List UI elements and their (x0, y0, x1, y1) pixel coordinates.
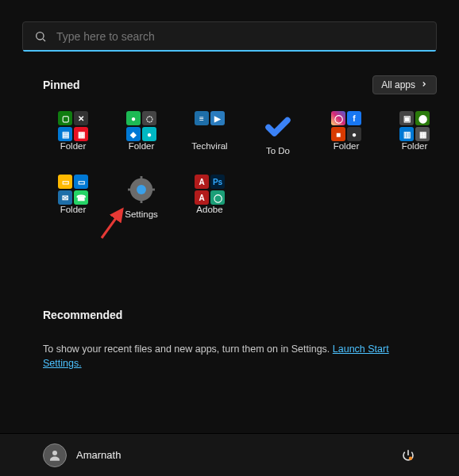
tile-label: Folder (402, 141, 428, 151)
app-icon: ≡ ▶ (195, 111, 225, 141)
user-name: Amarnath (76, 449, 121, 461)
all-apps-label: All apps (381, 79, 415, 90)
pinned-item-folder-3[interactable]: ◯ f ■ ● Folder (316, 111, 376, 155)
pinned-item-folder-2[interactable]: ● ◌ ◆ ● Folder (111, 111, 172, 155)
pinned-item-adobe[interactable]: A Ps A ◯ Adobe (179, 175, 240, 219)
all-apps-button[interactable]: All apps (372, 75, 437, 94)
tile-label: Folder (60, 141, 87, 151)
pinned-item-techviral[interactable]: ≡ ▶ Techviral (179, 111, 240, 155)
svg-point-3 (137, 185, 146, 194)
folder-icon: ▭ ▭ ✉ ☎ (58, 175, 88, 205)
power-button[interactable] (400, 447, 416, 463)
svg-rect-4 (141, 176, 143, 181)
search-box[interactable] (22, 21, 437, 52)
svg-point-10 (409, 456, 413, 460)
pinned-item-folder-4[interactable]: ▣ ⬤ ▥ ▦ Folder (384, 111, 445, 155)
tile-label: Adobe (196, 205, 222, 214)
search-icon (34, 30, 47, 43)
folder-icon: ● ◌ ◆ ● (126, 111, 156, 141)
svg-rect-5 (141, 198, 143, 203)
svg-rect-7 (150, 189, 155, 191)
pinned-section: Pinned All apps ▢ ✕ ▤ ▦ Folder (43, 73, 437, 219)
tile-label: Techviral (191, 141, 227, 151)
pinned-item-settings[interactable]: Settings (111, 175, 172, 219)
svg-rect-6 (128, 189, 133, 191)
pinned-item-todo[interactable]: To Do (248, 111, 308, 155)
recommended-section: Recommended To show your recent files an… (43, 303, 427, 370)
chevron-right-icon (420, 79, 428, 90)
pinned-item-folder-5[interactable]: ▭ ▭ ✉ ☎ Folder (43, 175, 103, 219)
pinned-grid: ▢ ✕ ▤ ▦ Folder ● ◌ ◆ ● Folder (43, 111, 437, 219)
todo-icon (263, 111, 293, 141)
tile-label: Settings (125, 209, 158, 219)
tile-label: Folder (334, 141, 360, 151)
tile-label: To Do (266, 146, 290, 155)
recommended-text: To show your recent files and new apps, … (43, 343, 427, 370)
pinned-item-folder-1[interactable]: ▢ ✕ ▤ ▦ Folder (43, 111, 103, 155)
gear-icon (126, 175, 156, 205)
folder-icon: ▢ ✕ ▤ ▦ (58, 111, 88, 141)
bottom-bar: Amarnath (0, 433, 459, 476)
pinned-title: Pinned (43, 79, 80, 91)
folder-icon: A Ps A ◯ (195, 175, 225, 205)
svg-point-9 (52, 451, 57, 455)
recommended-title: Recommended (43, 309, 122, 321)
start-menu: Pinned All apps ▢ ✕ ▤ ▦ Folder (0, 0, 459, 476)
tile-label: Folder (60, 205, 87, 214)
avatar-icon (43, 443, 67, 467)
search-input[interactable] (55, 29, 425, 44)
folder-icon: ◯ f ■ ● (331, 111, 361, 141)
folder-icon: ▣ ⬤ ▥ ▦ (399, 111, 430, 141)
tile-label: Folder (129, 141, 155, 151)
svg-point-0 (37, 33, 44, 40)
user-account-button[interactable]: Amarnath (43, 443, 121, 467)
svg-line-1 (43, 39, 45, 41)
recommended-message: To show your recent files and new apps, … (43, 344, 333, 355)
